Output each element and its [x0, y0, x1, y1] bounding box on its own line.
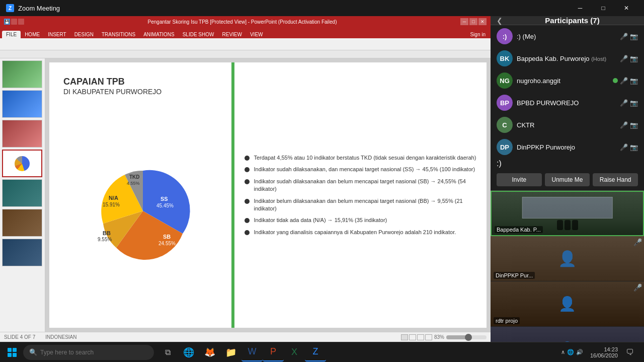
bullet-5: Indikator tidak ada data (N/A) → 15,91% … [245, 216, 479, 224]
pp-tab-animations[interactable]: ANIMATIONS [139, 31, 178, 38]
label-tkd: TKD [129, 174, 140, 180]
slide-thumb-4[interactable] [2, 150, 42, 177]
taskbar-search-input[interactable] [40, 349, 148, 356]
excel-button[interactable]: X [284, 343, 305, 361]
file-explorer-button[interactable]: 📁 [220, 343, 242, 361]
zoom-taskbar-button[interactable]: Z [305, 343, 326, 361]
normal-view-btn[interactable] [401, 334, 408, 340]
unmute-button[interactable]: Unmute Me [545, 173, 590, 186]
clock-time: 14:23 [590, 346, 618, 352]
participant-bappeda[interactable]: BK Bappeda Kab. Purworejo (Host) 🎤 📷 [491, 47, 644, 69]
taskbar-clock[interactable]: 14:23 16/06/2020 [587, 344, 621, 360]
slide-thumb-1[interactable] [2, 60, 42, 88]
video-thumb-bpbd[interactable]: 👤 BPBD PURWORE... [491, 327, 644, 342]
pp-redo-icon[interactable] [18, 19, 24, 25]
participant-cktr[interactable]: C CKTR 🎤 📷 [491, 114, 644, 136]
slide-thumb-wrapper-6[interactable]: 6 [2, 209, 43, 237]
task-view-button[interactable]: ⧉ [157, 343, 178, 361]
pp-status-bar: SLIDE 4 OF 7 INDONESIAN 83% [0, 332, 491, 342]
participant-nugroho[interactable]: NG nugroho.anggit 🎤 📷 [491, 69, 644, 92]
pp-tab-home[interactable]: HOME [21, 31, 44, 38]
pp-ribbon [0, 38, 491, 50]
powerpoint-window: 💾 Pengantar Skoring Isu TPB [Protected V… [0, 16, 491, 342]
chevron-icon[interactable]: ❮ [497, 17, 503, 25]
browser-button[interactable]: 🌐 [178, 343, 199, 361]
pp-tab-slideshow[interactable]: SLIDE SHOW [179, 31, 218, 38]
pp-signin[interactable]: Sign in [467, 31, 489, 38]
pp-tab-insert[interactable]: INSERT [44, 31, 70, 38]
taskbar-search[interactable]: 🔍 [23, 345, 154, 360]
slide-thumb-wrapper-7[interactable]: 7 [2, 239, 43, 266]
firefox-button[interactable]: 🦊 [199, 343, 220, 361]
zoom-slider[interactable] [446, 335, 487, 339]
slide-thumb-6[interactable] [2, 209, 42, 237]
pp-tab-design[interactable]: DESIGN [70, 31, 98, 38]
window-controls: ─ □ ✕ [569, 0, 638, 16]
bullet-3: Indikator sudah dilaksanakan dan belum m… [245, 178, 479, 193]
bullet-text-3: Indikator sudah dilaksanakan dan belum m… [254, 178, 479, 193]
slide-thumb-wrapper-4[interactable]: 4 [2, 150, 43, 177]
pp-tab-view[interactable]: VIEW [246, 31, 267, 38]
bullet-text-2: Indikator sudah dilaksanakan, dan mencap… [254, 166, 475, 173]
pp-title-text: Pengantar Skoring Isu TPB [Protected Vie… [24, 19, 460, 25]
label-bb-pct: 9.55% [98, 237, 112, 242]
word-button[interactable]: W [242, 343, 263, 361]
pp-tab-transitions[interactable]: TRANSITIONS [98, 31, 139, 38]
pp-tab-review[interactable]: REVIEW [218, 31, 246, 38]
pp-tab-file[interactable]: FILE [2, 31, 21, 38]
bullet-dot-6 [245, 230, 250, 235]
notif-icon: 🗨 [626, 348, 634, 357]
participant-controls: Invite Unmute Me Raise Hand [491, 169, 644, 191]
pp-maximize[interactable]: □ [469, 18, 477, 25]
pp-save-icon[interactable]: 💾 [4, 19, 10, 25]
task-view-icon: ⧉ [165, 348, 171, 357]
reading-view-btn[interactable] [417, 334, 424, 340]
participant-dinppkp[interactable]: DP DinPPKP Purworejo 🎤 📷 [491, 136, 644, 158]
minimize-button[interactable]: ─ [569, 0, 592, 16]
zoom-handle[interactable] [465, 334, 472, 341]
icons-cktr: 🎤 📷 [620, 121, 638, 129]
start-button[interactable] [2, 343, 22, 361]
pp-slides-panel[interactable]: 1 2 3 [0, 58, 45, 332]
avatar-bappeda: BK [497, 50, 513, 66]
video-thumb-dinppkp[interactable]: 👤 DinPPKP Pur... 🎤 [491, 236, 644, 281]
notification-button[interactable]: 🗨 [622, 343, 638, 361]
slide-thumb-wrapper-1[interactable]: 1 [2, 60, 43, 88]
pp-minimize[interactable]: ─ [460, 18, 468, 25]
word-icon: W [248, 346, 257, 357]
slide-thumb-wrapper-5[interactable]: 5 [2, 179, 43, 207]
slide-thumb-3[interactable] [2, 120, 42, 148]
video-thumb-rdtr[interactable]: 👤 rdtr projo 🎤 [491, 281, 644, 327]
cam-off-icon-me: 📷 [630, 33, 638, 40]
slide-thumb-2[interactable] [2, 90, 42, 118]
pp-undo-icon[interactable] [11, 19, 17, 25]
raise-hand-button[interactable]: Raise Hand [593, 173, 638, 186]
pp-win-controls: ─ □ ✕ [460, 18, 487, 25]
mic-off-badge-rdtr: 🎤 [633, 283, 642, 292]
invite-button[interactable]: Invite [497, 173, 542, 186]
slide-thumb-wrapper-2[interactable]: 2 [2, 90, 43, 118]
participant-me[interactable]: :) :) (Me) 🎤 📷 [491, 25, 644, 47]
room-shapes [557, 220, 578, 230]
slideshow-btn[interactable] [425, 334, 432, 340]
clock-date: 16/06/2020 [590, 352, 618, 358]
maximize-button[interactable]: □ [592, 0, 615, 16]
pp-close[interactable]: ✕ [478, 18, 487, 25]
participant-bpbd[interactable]: BP BPBD PURWOREJO 🎤 📷 [491, 92, 644, 114]
close-button[interactable]: ✕ [615, 0, 638, 16]
slide-thumb-5[interactable] [2, 179, 42, 207]
sys-tray-icons[interactable]: ∧ 🌐 🔊 [558, 347, 586, 357]
cam-off-icon-cktr: 📷 [630, 121, 638, 129]
slide-sorter-btn[interactable] [409, 334, 416, 340]
slide-thumb-7[interactable] [2, 239, 42, 266]
presentation-area: 💾 Pengantar Skoring Isu TPB [Protected V… [0, 16, 491, 342]
powerpoint-button[interactable]: P [263, 343, 284, 361]
room-person-2 [565, 220, 571, 230]
slide-right: Terdapat 4,55% atau 10 indikator berstat… [234, 62, 487, 328]
right-panel: ❮ Participants (7) :) :) (Me) 🎤 📷 BK Bap… [491, 16, 644, 342]
room-person-1 [557, 220, 563, 230]
slide-thumb-wrapper-3[interactable]: 3 [2, 120, 43, 148]
volume-icon: 🔊 [576, 349, 583, 355]
mic-icon-nugroho: 🎤 [620, 77, 628, 85]
video-thumb-bappeda[interactable]: Bappeda Kab. P... [491, 191, 644, 236]
